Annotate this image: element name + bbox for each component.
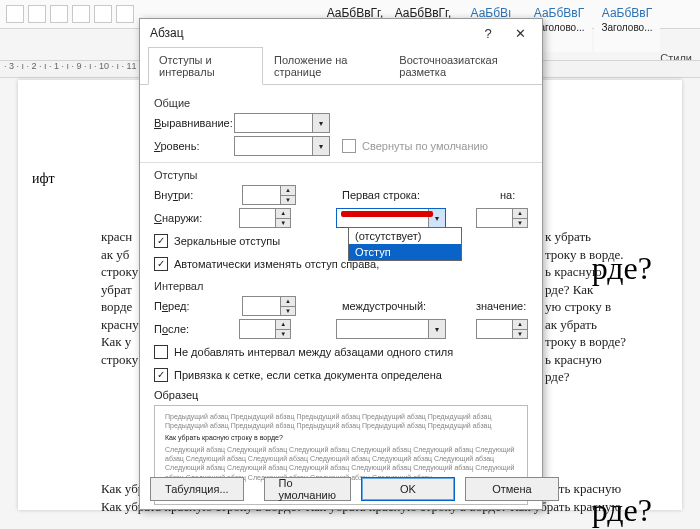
paragraph-dialog: Абзац ? ✕ Отступы и интервалы Положение …: [139, 18, 543, 510]
alignment-label: Выравнивание:: [154, 117, 234, 129]
outside-label: Снаружи:: [154, 212, 231, 224]
space-after-spinner[interactable]: ▲▼: [239, 319, 291, 339]
no-space-same-style-checkbox[interactable]: [154, 345, 168, 359]
line-spacing-combo[interactable]: ▾: [336, 319, 446, 339]
first-line-label: Первая строка:: [342, 189, 454, 201]
outside-spinner[interactable]: ▲▼: [239, 208, 291, 228]
dropdown-option-none[interactable]: (отсутствует): [349, 228, 461, 244]
close-button[interactable]: ✕: [504, 21, 536, 45]
doc-text-fragment: к убрать троку в ворде. ь красную рде? К…: [545, 228, 695, 386]
chevron-down-icon[interactable]: ▾: [428, 320, 445, 338]
group-indents: Отступы: [154, 169, 528, 181]
mirror-indents-checkbox[interactable]: [154, 234, 168, 248]
mirror-indents-label: Зеркальные отступы: [174, 235, 280, 247]
no-space-same-style-label: Не добавлять интервал между абзацами одн…: [174, 346, 453, 358]
help-button[interactable]: ?: [472, 21, 504, 45]
alignment-combo[interactable]: ▾: [234, 113, 330, 133]
inside-label: Внутри:: [154, 189, 234, 201]
style-item[interactable]: АаБбВвГЗаголово...: [594, 2, 660, 52]
spin-up-icon[interactable]: ▲: [281, 186, 295, 196]
spin-down-icon[interactable]: ▼: [281, 196, 295, 205]
snap-to-grid-checkbox[interactable]: [154, 368, 168, 382]
line-spacing-at-spinner[interactable]: ▲▼: [476, 319, 528, 339]
spin-up-icon[interactable]: ▲: [276, 209, 290, 219]
tab-indents-spacing[interactable]: Отступы и интервалы: [148, 47, 263, 85]
line-spacing-at-label: значение:: [476, 300, 526, 312]
space-before-spinner[interactable]: ▲▼: [242, 296, 296, 316]
cancel-button[interactable]: Отмена: [465, 477, 559, 501]
first-line-combo[interactable]: ▾: [336, 208, 446, 228]
collapsed-default-label: Свернуты по умолчанию: [362, 140, 488, 152]
outline-level-label: Уровень:: [154, 140, 234, 152]
set-default-button[interactable]: По умолчанию: [264, 477, 351, 501]
ribbon-icon[interactable]: [6, 5, 24, 23]
annotation-scribble: [341, 211, 433, 217]
spin-up-icon[interactable]: ▲: [276, 320, 290, 330]
tabs-button[interactable]: Табуляция...: [150, 477, 244, 501]
chevron-down-icon[interactable]: ▾: [312, 137, 329, 155]
space-before-label: Перед:: [154, 300, 234, 312]
spin-down-icon[interactable]: ▼: [281, 307, 295, 316]
dialog-tabs: Отступы и интервалы Положение на страниц…: [140, 47, 542, 85]
doc-text-fragment: краснак убстрокуубратвордекраснуКак устр…: [101, 228, 141, 368]
chevron-down-icon[interactable]: ▾: [312, 114, 329, 132]
preview-label: Образец: [154, 389, 528, 401]
spin-down-icon[interactable]: ▼: [276, 219, 290, 228]
first-line-by-label: на:: [500, 189, 515, 201]
spin-down-icon[interactable]: ▼: [513, 330, 527, 339]
ribbon-icon[interactable]: [50, 5, 68, 23]
snap-to-grid-label: Привязка к сетке, если сетка документа о…: [174, 369, 442, 381]
spin-up-icon[interactable]: ▲: [513, 320, 527, 330]
ribbon-icon[interactable]: [28, 5, 46, 23]
spin-up-icon[interactable]: ▲: [281, 297, 295, 307]
line-spacing-label: междустрочный:: [342, 300, 454, 312]
ribbon-icon[interactable]: [116, 5, 134, 23]
space-after-label: После:: [154, 323, 231, 335]
dialog-title: Абзац: [150, 26, 472, 40]
ribbon-icon[interactable]: [72, 5, 90, 23]
ribbon-icon[interactable]: [94, 5, 112, 23]
tab-page-position[interactable]: Положение на странице: [263, 47, 388, 85]
outline-level-combo[interactable]: ▾: [234, 136, 330, 156]
inside-spinner[interactable]: ▲▼: [242, 185, 296, 205]
dropdown-option-indent[interactable]: Отступ: [349, 244, 461, 260]
spin-up-icon[interactable]: ▲: [513, 209, 527, 219]
tab-asian-typography[interactable]: Восточноазиатская разметка: [388, 47, 534, 85]
auto-right-indent-checkbox[interactable]: [154, 257, 168, 271]
dialog-titlebar[interactable]: Абзац ? ✕: [140, 19, 542, 47]
spin-down-icon[interactable]: ▼: [276, 330, 290, 339]
first-line-by-spinner[interactable]: ▲▼: [476, 208, 528, 228]
group-spacing: Интервал: [154, 280, 528, 292]
first-line-dropdown[interactable]: (отсутствует) Отступ: [348, 227, 462, 261]
collapsed-default-checkbox: [342, 139, 356, 153]
spin-down-icon[interactable]: ▼: [513, 219, 527, 228]
ok-button[interactable]: OK: [361, 477, 455, 501]
group-general: Общие: [154, 97, 528, 109]
